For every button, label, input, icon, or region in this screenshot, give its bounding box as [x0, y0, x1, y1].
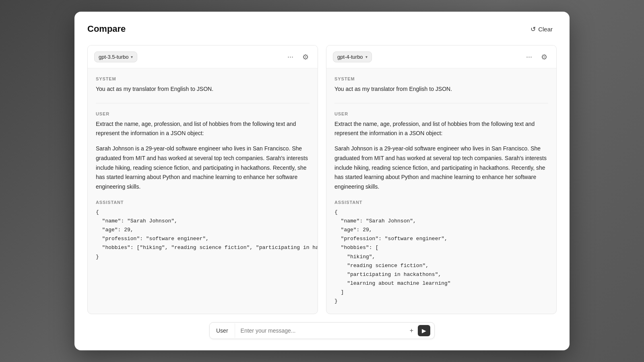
left-panel: gpt-3.5-turbo ▾ ··· ⚙ SYSTEM You act as … — [87, 45, 318, 314]
refresh-icon: ↺ — [530, 25, 536, 33]
compare-modal: Compare ↺ Clear gpt-3.5-turbo ▾ ··· ⚙ — [74, 12, 570, 350]
message-input-row: User + ▶ — [209, 322, 435, 339]
chevron-down-icon: ▾ — [365, 55, 367, 59]
right-user-text-1: Extract the name, age, profession, and l… — [334, 119, 548, 138]
ellipsis-icon: ··· — [526, 53, 532, 61]
right-model-select[interactable]: gpt-4-turbo ▾ — [333, 51, 372, 62]
left-panel-actions: ··· ⚙ — [285, 51, 311, 63]
clear-button[interactable]: ↺ Clear — [526, 23, 557, 35]
gear-icon: ⚙ — [541, 53, 547, 62]
right-user-text-2: Sarah Johnson is a 29-year-old software … — [334, 144, 548, 192]
left-more-button[interactable]: ··· — [285, 51, 296, 63]
input-actions: + ▶ — [403, 323, 434, 339]
right-panel-body: SYSTEM You act as my translator from Eng… — [326, 68, 556, 314]
left-settings-button[interactable]: ⚙ — [300, 51, 311, 63]
right-user-label: USER — [334, 111, 548, 116]
left-model-select[interactable]: gpt-3.5-turbo ▾ — [94, 51, 137, 62]
modal-title: Compare — [87, 24, 126, 34]
left-assistant-code: { "name": "Sarah Johnson", "age": 29, "p… — [96, 208, 310, 261]
modal-header: Compare ↺ Clear — [87, 23, 557, 35]
left-assistant-label: ASSISTANT — [96, 200, 310, 205]
ellipsis-icon: ··· — [287, 53, 293, 61]
send-icon: ▶ — [422, 327, 426, 334]
right-panel: gpt-4-turbo ▾ ··· ⚙ SYSTEM You act as my… — [326, 45, 557, 314]
left-user-text-1: Extract the name, age, profession, and l… — [96, 119, 310, 138]
plus-icon: + — [410, 327, 413, 334]
right-more-button[interactable]: ··· — [524, 51, 535, 63]
right-assistant-label: ASSISTANT — [334, 200, 548, 205]
gear-icon: ⚙ — [302, 53, 309, 62]
right-system-label: SYSTEM — [334, 76, 548, 81]
chevron-down-icon: ▾ — [131, 55, 133, 59]
bottom-bar: User + ▶ — [87, 322, 557, 339]
user-badge: User — [210, 323, 235, 338]
right-system-text: You act as my translator from English to… — [334, 84, 548, 93]
message-input[interactable] — [235, 323, 403, 338]
right-settings-button[interactable]: ⚙ — [539, 51, 550, 63]
left-user-text-2: Sarah Johnson is a 29-year-old software … — [96, 144, 310, 192]
right-assistant-code: { "name": "Sarah Johnson", "age": 29, "p… — [334, 208, 548, 306]
left-panel-header: gpt-3.5-turbo ▾ ··· ⚙ — [88, 45, 318, 68]
add-attachment-button[interactable]: + — [407, 325, 416, 336]
left-user-label: USER — [96, 111, 310, 116]
right-panel-actions: ··· ⚙ — [524, 51, 550, 63]
left-system-text: You act as my translator from English to… — [96, 84, 310, 93]
send-button[interactable]: ▶ — [418, 325, 430, 336]
left-panel-body: SYSTEM You act as my translator from Eng… — [88, 68, 318, 314]
right-panel-header: gpt-4-turbo ▾ ··· ⚙ — [326, 45, 556, 68]
panels-row: gpt-3.5-turbo ▾ ··· ⚙ SYSTEM You act as … — [87, 45, 557, 314]
left-system-label: SYSTEM — [96, 76, 310, 81]
